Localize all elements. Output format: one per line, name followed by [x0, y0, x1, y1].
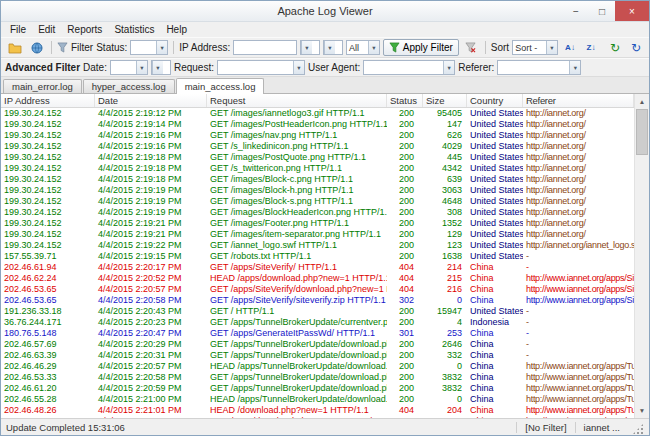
log-row[interactable]: 199.30.24.1524/4/2015 2:19:21 PMGET /ima… — [1, 218, 634, 229]
apply-filter-button[interactable]: Apply Filter — [383, 39, 459, 56]
scroll-down-icon[interactable]: ▼ — [635, 403, 649, 418]
cell-country: China — [467, 372, 523, 383]
cell-status: 200 — [387, 306, 423, 317]
cell-date: 4/4/2015 2:20:31 PM — [95, 350, 207, 361]
titlebar[interactable]: Apache Log Viewer − □ × — [1, 1, 649, 22]
cell-size: 0 — [423, 295, 467, 306]
log-row[interactable]: 202.46.63.394/4/2015 2:20:31 PMGET /apps… — [1, 350, 634, 361]
log-row[interactable]: 199.30.24.1524/4/2015 2:19:12 PMGET /ima… — [1, 108, 634, 119]
tab-main-access-log[interactable]: main_access.log — [176, 78, 265, 94]
cell-ip: 199.30.24.152 — [1, 174, 95, 185]
log-row[interactable]: 199.30.24.1524/4/2015 2:19:22 PMGET /ian… — [1, 240, 634, 251]
tab-main-error-log[interactable]: main_error.log — [3, 79, 82, 93]
tab-hyper-access-log[interactable]: hyper_access.log — [83, 79, 175, 93]
user-agent-filter-input[interactable]: ▾ — [363, 60, 455, 75]
cell-ip: 199.30.24.152 — [1, 163, 95, 174]
tab-strip: main_error.log hyper_access.log main_acc… — [1, 77, 649, 94]
refresh-icon: ↻ — [610, 41, 620, 55]
reload-button[interactable]: ↻ — [627, 39, 645, 56]
refresh-button[interactable]: ↻ — [606, 39, 624, 56]
cell-status: 200 — [387, 130, 423, 141]
status-bar: Update Completed 15:31:06 [No Filter] ia… — [1, 418, 649, 435]
cell-date: 4/4/2015 2:19:14 PM — [95, 119, 207, 130]
menu-item-file[interactable]: File — [4, 24, 32, 35]
column-header-country[interactable]: Country — [467, 94, 523, 107]
cell-status: 200 — [387, 251, 423, 262]
cell-ip: 36.76.244.171 — [1, 317, 95, 328]
cell-request: GET /s_linkedinicon.png HTTP/1.1 — [207, 141, 387, 152]
cell-date: 4/4/2015 2:19:18 PM — [95, 174, 207, 185]
menu-item-edit[interactable]: Edit — [32, 24, 61, 35]
cell-status: 200 — [387, 229, 423, 240]
match-mode-combo[interactable]: All ▾ — [346, 40, 380, 55]
clear-filter-button[interactable] — [462, 39, 480, 56]
cell-status: 404 — [387, 273, 423, 284]
log-row[interactable]: 202.46.57.694/4/2015 2:20:29 PMGET /apps… — [1, 339, 634, 350]
menu-item-help[interactable]: Help — [160, 24, 193, 35]
scroll-thumb[interactable] — [636, 109, 648, 155]
log-row[interactable]: 202.46.53.654/4/2015 2:20:57 PMGET /apps… — [1, 284, 634, 295]
open-log-button[interactable] — [5, 39, 25, 56]
ip-filter-input[interactable] — [233, 40, 297, 55]
cell-referer: - — [523, 262, 634, 273]
cell-date: 4/4/2015 2:19:12 PM — [95, 108, 207, 119]
log-row[interactable]: 199.30.24.1524/4/2015 2:19:19 PMGET /ima… — [1, 196, 634, 207]
log-row[interactable]: 202.46.61.944/4/2015 2:20:17 PMGET /apps… — [1, 262, 634, 273]
cell-status: 404 — [387, 284, 423, 295]
sort-ascending-button[interactable]: A↓ — [561, 39, 579, 56]
log-row[interactable]: 191.236.33.184/4/2015 2:20:43 PMGET / HT… — [1, 306, 634, 317]
log-row[interactable]: 199.30.24.1524/4/2015 2:19:16 PMGET /s_l… — [1, 141, 634, 152]
log-row[interactable]: 202.46.53.654/4/2015 2:20:58 PMGET /apps… — [1, 295, 634, 306]
date-filter-combo[interactable]: ▾ — [110, 60, 148, 75]
log-row[interactable]: 180.76.5.1484/4/2015 2:20:47 PMGET /apps… — [1, 328, 634, 339]
cell-status: 200 — [387, 207, 423, 218]
log-row[interactable]: 157.55.39.714/4/2015 2:19:15 PMGET /robo… — [1, 251, 634, 262]
request-filter-input[interactable]: ▾ — [217, 60, 305, 75]
log-row[interactable]: 202.46.55.284/4/2015 2:21:00 PMHEAD /app… — [1, 394, 634, 405]
log-row[interactable]: 202.46.61.204/4/2015 2:20:59 PMGET /apps… — [1, 383, 634, 394]
log-row[interactable]: 202.46.53.334/4/2015 2:20:58 PMGET /apps… — [1, 372, 634, 383]
open-remote-log-button[interactable] — [28, 39, 46, 56]
status-filter-combo[interactable]: ▾ — [130, 40, 168, 55]
field-select-combo[interactable]: ▾ — [323, 40, 343, 55]
scroll-up-icon[interactable]: ▲ — [635, 94, 649, 109]
log-row[interactable]: 202.46.46.294/4/2015 2:20:57 PMHEAD /app… — [1, 361, 634, 372]
ip-operator-combo[interactable]: ▾ — [300, 40, 320, 55]
log-row[interactable]: 199.30.24.1524/4/2015 2:19:19 PMGET /ima… — [1, 185, 634, 196]
sort-descending-button[interactable]: Z↓ — [582, 39, 600, 56]
vertical-scrollbar[interactable]: ▲ ▼ — [634, 94, 649, 418]
cell-request: GET /images/item-separator.png HTTP/1.1 — [207, 229, 387, 240]
log-row[interactable]: 199.30.24.1524/4/2015 2:19:14 PMGET /ima… — [1, 119, 634, 130]
cell-request: GET /images/iannetlogo3.gif HTTP/1.1 — [207, 108, 387, 119]
log-row[interactable]: 199.30.24.1524/4/2015 2:19:18 PMGET /ima… — [1, 174, 634, 185]
log-row[interactable]: 199.30.24.1524/4/2015 2:19:16 PMGET /ima… — [1, 130, 634, 141]
cell-size: 129 — [423, 229, 467, 240]
log-row[interactable]: 199.30.24.1524/4/2015 2:19:18 PMGET /s_t… — [1, 163, 634, 174]
column-header-referer[interactable]: Referer — [523, 94, 634, 107]
cell-status: 200 — [387, 196, 423, 207]
maximize-button[interactable]: □ — [589, 1, 615, 21]
date-value-combo[interactable]: ▾ — [151, 60, 171, 75]
cell-referer: http://iannet.org/ — [523, 141, 634, 152]
menu-item-reports[interactable]: Reports — [61, 24, 108, 35]
referer-filter-input[interactable]: ▾ — [497, 60, 581, 75]
log-row[interactable]: 202.46.48.264/4/2015 2:21:01 PMHEAD /dow… — [1, 405, 634, 416]
column-header-size[interactable]: Size — [423, 94, 467, 107]
sort-combo[interactable]: Sort - ▾ — [512, 40, 558, 55]
toolbar-separator — [173, 41, 174, 54]
minimize-button[interactable]: − — [563, 1, 589, 21]
cell-date: 4/4/2015 2:20:59 PM — [95, 383, 207, 394]
menu-item-statistics[interactable]: Statistics — [108, 24, 160, 35]
column-header-request[interactable]: Request — [207, 94, 387, 107]
resize-grip[interactable] — [632, 423, 644, 435]
column-header-ip-address[interactable]: IP Address — [1, 94, 95, 107]
close-button[interactable]: × — [615, 1, 649, 21]
log-row[interactable]: 202.46.62.244/4/2015 2:20:52 PMHEAD /app… — [1, 273, 634, 284]
log-row[interactable]: 36.76.244.1714/4/2015 2:20:23 PMGET /app… — [1, 317, 634, 328]
column-header-status[interactable]: Status — [387, 94, 423, 107]
log-row[interactable]: 199.30.24.1524/4/2015 2:19:18 PMGET /ima… — [1, 152, 634, 163]
log-row[interactable]: 199.30.24.1524/4/2015 2:19:21 PMGET /ima… — [1, 229, 634, 240]
cell-country: Indonesia — [467, 317, 523, 328]
log-row[interactable]: 199.30.24.1524/4/2015 2:19:19 PMGET /ima… — [1, 207, 634, 218]
column-header-date[interactable]: Date — [95, 94, 207, 107]
